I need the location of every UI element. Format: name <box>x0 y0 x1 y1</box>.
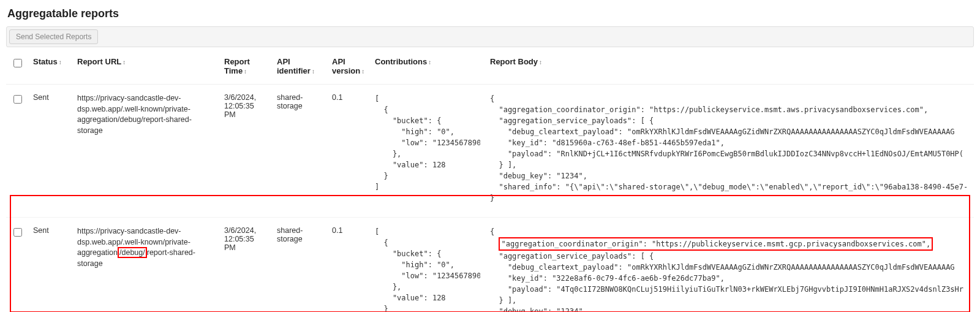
page-wrap: Aggregatable reports Send Selected Repor… <box>6 7 974 312</box>
page-title: Aggregatable reports <box>7 7 974 20</box>
sort-icon: ↕ <box>244 68 247 75</box>
cell-contrib: [ { "bucket": { "high": "0", "low": "123… <box>370 85 485 218</box>
cell-time: 3/6/2024, 12:05:35 PM <box>219 85 272 218</box>
cell-time: 3/6/2024, 12:05:35 PM <box>219 218 272 313</box>
table-header-row: Status↕ Report URL↕ Report Time↕ API ide… <box>6 51 974 85</box>
col-select-all <box>6 51 28 85</box>
send-selected-button[interactable]: Send Selected Reports <box>9 29 98 44</box>
cell-url: https://privacy-sandcastle-dev- dsp.web.… <box>72 85 219 218</box>
row-checkbox[interactable] <box>13 228 22 237</box>
row-checkbox[interactable] <box>13 95 22 104</box>
sort-icon: ↕ <box>312 68 315 75</box>
cell-status: Sent <box>28 218 72 313</box>
cell-contrib: [ { "bucket": { "high": "0", "low": "123… <box>370 218 485 313</box>
sort-icon: ↕ <box>59 59 62 66</box>
select-all-checkbox[interactable] <box>13 59 22 67</box>
cell-ver: 0.1 <box>327 85 370 218</box>
cell-ver: 0.1 <box>327 218 370 313</box>
cell-api: shared-storage <box>272 85 327 218</box>
toolbar: Send Selected Reports <box>6 26 974 47</box>
highlight-url-segment: /debug/ <box>118 247 147 258</box>
col-status[interactable]: Status↕ <box>28 51 72 85</box>
col-api[interactable]: API identifier↕ <box>272 51 327 85</box>
sort-icon: ↕ <box>123 59 126 66</box>
col-url[interactable]: Report URL↕ <box>72 51 219 85</box>
sort-icon: ↕ <box>428 59 431 66</box>
col-contrib[interactable]: Contributions↕ <box>370 51 485 85</box>
cell-status: Sent <box>28 85 72 218</box>
col-ver[interactable]: API version↕ <box>327 51 370 85</box>
cell-url: https://privacy-sandcastle-dev- dsp.web.… <box>72 218 219 313</box>
cell-api: shared-storage <box>272 218 327 313</box>
cell-body: { "aggregation_coordinator_origin": "htt… <box>485 85 974 218</box>
table-row: Sent https://privacy-sandcastle-dev- dsp… <box>6 218 974 313</box>
col-time[interactable]: Report Time↕ <box>219 51 272 85</box>
highlight-coordinator-origin: "aggregation_coordinator_origin": "https… <box>499 237 933 251</box>
table-row: Sent https://privacy-sandcastle-dev- dsp… <box>6 85 974 218</box>
cell-body: { "aggregation_coordinator_origin": "htt… <box>485 218 974 313</box>
col-body[interactable]: Report Body↕ <box>485 51 974 85</box>
sort-icon: ↕ <box>361 68 364 75</box>
sort-icon: ↕ <box>539 59 542 66</box>
reports-table: Status↕ Report URL↕ Report Time↕ API ide… <box>6 51 974 312</box>
